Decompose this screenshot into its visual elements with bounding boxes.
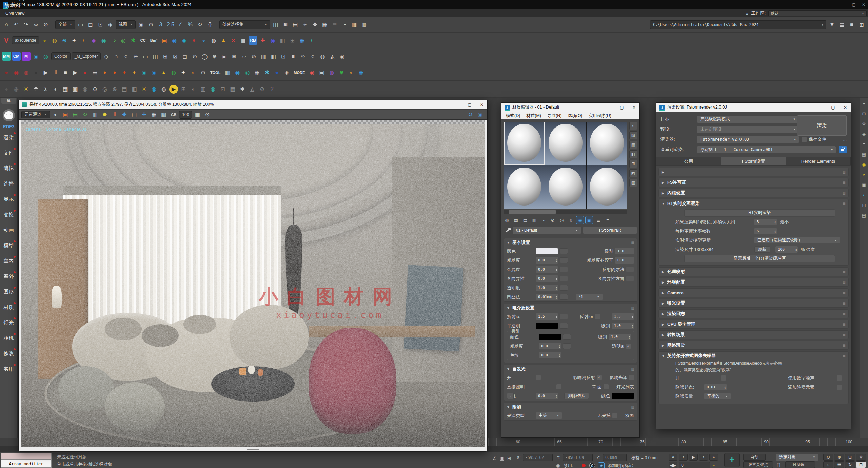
toolbar-icon[interactable]: ▣ xyxy=(317,68,326,77)
toolbar-icon[interactable]: ◒ xyxy=(199,36,208,45)
material-toolbar-icon[interactable]: 0 xyxy=(567,216,575,224)
toolbar-icon[interactable]: ▣ xyxy=(61,110,70,119)
toolbar-icon[interactable]: ▶ xyxy=(169,85,178,94)
toolbar-icon[interactable]: ↶ xyxy=(12,20,21,29)
spinner-field[interactable]: 1.0▲▼ xyxy=(609,334,631,340)
toolbar-icon[interactable]: axToBlende xyxy=(12,36,39,44)
panel-icon[interactable]: ▤ xyxy=(862,213,866,218)
toolbar-icon[interactable]: ♦ xyxy=(130,68,139,77)
material-sample-sphere[interactable] xyxy=(587,122,627,165)
toolbar-icon[interactable]: ◍ xyxy=(318,52,327,61)
rollout-header[interactable]: ▶色调映射▦ xyxy=(659,268,848,276)
viewport-nav-icon[interactable]: ☰ xyxy=(834,461,844,468)
button[interactable]: - xyxy=(507,393,514,399)
panel-icon[interactable]: ◐ xyxy=(863,193,865,198)
spinner-arrows-icon[interactable]: ▲▼ xyxy=(559,354,560,357)
toolbar-icon[interactable]: ◉ xyxy=(170,36,179,45)
map-slot-button[interactable] xyxy=(560,248,568,254)
toolbar-icon[interactable]: ◐ xyxy=(347,68,356,77)
sample-scrollbar[interactable] xyxy=(504,210,627,214)
toolbar-icon[interactable]: ◼ xyxy=(239,36,248,45)
toolbar-icon[interactable]: ◧ xyxy=(278,36,287,45)
sidebar-item-室外[interactable]: 室外 xyxy=(0,269,18,285)
toolbar-icon[interactable]: ● xyxy=(81,68,90,77)
toolbar-icon[interactable]: TOOL xyxy=(209,68,222,77)
toolbar-icon[interactable]: ☀ xyxy=(131,52,140,61)
toolbar-icon[interactable]: ▲ xyxy=(219,36,228,45)
sidebar-item-编辑[interactable]: 编辑 xyxy=(0,161,18,176)
sidebar-item-文件[interactable]: 文件 xyxy=(0,145,18,161)
map-slot-button[interactable] xyxy=(563,343,571,349)
toolbar-icon[interactable]: ◉ xyxy=(12,68,21,77)
map-slot-button[interactable] xyxy=(563,334,571,340)
preset-dropdown[interactable]: 未选定预设▼ xyxy=(697,126,799,133)
toolbar-icon[interactable]: Σ xyxy=(41,85,50,94)
toolbar-icon[interactable]: ◎ xyxy=(119,36,128,45)
rollout-header[interactable]: ▶内核设置▦ xyxy=(659,189,848,197)
toolbar-icon[interactable]: ☀ xyxy=(22,85,31,94)
toolbar-icon[interactable]: ✦ xyxy=(179,68,188,77)
toolbar-icon[interactable]: CC xyxy=(139,36,147,45)
toolbar-icon[interactable]: ✱ xyxy=(262,68,271,77)
toolbar-icon[interactable]: {} xyxy=(205,20,214,29)
checkbox[interactable] xyxy=(837,385,842,390)
toolbar-icon[interactable]: ⊙ xyxy=(146,20,155,29)
spinner-field[interactable]: 0.0▲▼ xyxy=(536,393,558,399)
toolbar-icon[interactable]: ○ xyxy=(121,52,130,61)
material-toolbar-icon[interactable]: ◎ xyxy=(558,216,566,224)
toolbar-icon[interactable]: ⊞ xyxy=(857,20,866,29)
toolbar-icon[interactable]: ∞ xyxy=(298,52,307,61)
maximize-icon[interactable]: ▢ xyxy=(852,2,856,7)
rollout-header[interactable]: ▶曝光设置▦ xyxy=(659,299,848,307)
save-file-checkbox[interactable] xyxy=(802,137,807,142)
renderer-dropdown[interactable]: Fstormrender v2.0.0J▼ xyxy=(697,136,799,143)
sidebar-item-相机[interactable]: 相机 xyxy=(0,331,18,346)
spinner-field[interactable]: 3▲▼ xyxy=(754,219,777,225)
sidebar-item-实用[interactable]: 实用 xyxy=(0,362,18,377)
toolbar-icon[interactable]: ⊡ xyxy=(279,52,288,61)
toolbar-icon[interactable]: ⊙ xyxy=(203,110,212,119)
menu-item[interactable]: Civil View xyxy=(2,9,37,17)
checkbox[interactable] xyxy=(837,375,842,381)
toolbar-icon[interactable]: ≡ xyxy=(847,20,856,29)
toolbar-icon[interactable]: ● xyxy=(2,68,11,77)
toolbar-icon[interactable]: ▣ xyxy=(71,85,80,94)
toolbar-icon[interactable]: ◉ xyxy=(308,68,316,77)
toolbar-icon[interactable]: M xyxy=(22,52,31,61)
toolbar-icon[interactable]: ◒ xyxy=(40,36,49,45)
sidebar-item-渲染[interactable]: 渲染 xyxy=(0,130,18,145)
toolbar-icon[interactable]: ◍ xyxy=(159,85,168,94)
material-toolbar-icon[interactable]: ▤ xyxy=(521,216,529,224)
maximize-icon[interactable]: ▢ xyxy=(467,102,472,107)
target-dropdown[interactable]: 产品级渲染模式▼ xyxy=(697,116,799,123)
toolbar-icon[interactable]: ⊡ xyxy=(218,85,227,94)
spinner-arrows-icon[interactable]: ▲▼ xyxy=(556,394,557,398)
panel-icon[interactable]: ▦ xyxy=(862,152,866,157)
toolbar-icon[interactable]: ⊡ xyxy=(96,20,105,29)
toolbar-icon[interactable]: 100 xyxy=(179,111,192,119)
toolbar-icon[interactable]: ◐ xyxy=(51,110,60,119)
rollout-header[interactable]: ▼附加▦ xyxy=(504,403,637,411)
spinner-field[interactable]: 100▲▼ xyxy=(775,246,798,253)
y-coordinate-field[interactable]: -8563.09 xyxy=(563,454,593,461)
toolbar-icon[interactable]: Ⅱ xyxy=(51,68,60,77)
toolbar-icon[interactable]: ≣ xyxy=(330,20,339,29)
toolbar-icon[interactable]: ◻ xyxy=(180,52,189,61)
toolbar-icon[interactable]: MM xyxy=(2,52,11,61)
toolbar-icon[interactable]: ▦ xyxy=(253,68,261,77)
toolbar-icon[interactable]: ◉ xyxy=(233,68,242,77)
toolbar-icon[interactable]: ▶ xyxy=(71,68,80,77)
toolbar-icon[interactable]: ◐ xyxy=(189,68,198,77)
add-time-tag[interactable]: 添加时间标记 xyxy=(608,463,633,468)
checkbox[interactable] xyxy=(629,375,634,380)
toolbar-icon[interactable]: ◍ xyxy=(360,20,369,29)
toolbar-icon[interactable]: ⊕ xyxy=(337,68,346,77)
horizontal-scroll-handle[interactable] xyxy=(247,449,259,450)
panel-icon[interactable]: ▣ xyxy=(862,182,866,188)
toolbar-icon[interactable]: ✥ xyxy=(120,110,129,119)
minimize-icon[interactable]: – xyxy=(455,102,460,107)
close-icon[interactable]: ✕ xyxy=(479,102,484,107)
toolbar-icon[interactable]: ▤ xyxy=(91,68,99,77)
playback-button[interactable]: ‹ xyxy=(679,454,688,461)
viewport-nav-icon[interactable]: ◌ xyxy=(823,461,833,468)
